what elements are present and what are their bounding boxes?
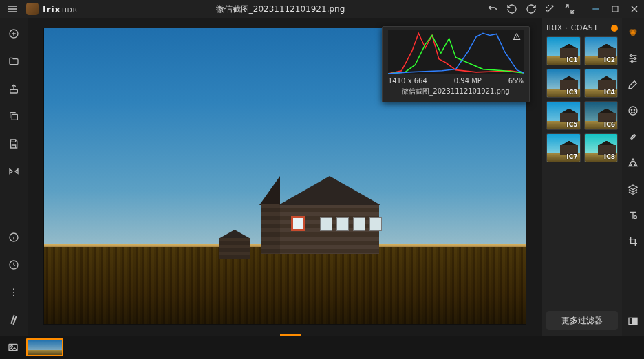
info-button[interactable] bbox=[3, 227, 25, 248]
svg-point-7 bbox=[13, 292, 14, 293]
text-tab[interactable] bbox=[624, 206, 642, 224]
preset-ic8[interactable]: IC8 bbox=[584, 133, 619, 162]
document-title: 微信截图_20231112101921.png bbox=[82, 3, 479, 15]
svg-rect-23 bbox=[629, 318, 632, 324]
collapse-button[interactable] bbox=[560, 0, 579, 18]
preset-label: IC1 bbox=[566, 56, 577, 63]
layers-tab[interactable] bbox=[624, 180, 642, 198]
filters-tab[interactable] bbox=[624, 23, 642, 41]
undo-alt-button[interactable] bbox=[483, 0, 502, 18]
more-vert-button[interactable] bbox=[3, 282, 25, 303]
preset-ic3[interactable]: IC3 bbox=[546, 69, 581, 98]
preset-label: IC5 bbox=[566, 121, 577, 128]
svg-point-14 bbox=[631, 61, 633, 63]
preset-ic1[interactable]: IC1 bbox=[546, 36, 581, 65]
preset-label: IC7 bbox=[566, 153, 577, 160]
svg-point-12 bbox=[630, 55, 632, 57]
svg-point-17 bbox=[634, 109, 634, 110]
compare-toggle[interactable] bbox=[624, 312, 642, 330]
preset-category-title: IRIX · COAST bbox=[546, 23, 599, 32]
right-toolbar bbox=[622, 18, 644, 336]
close-window[interactable] bbox=[625, 0, 644, 18]
preset-indicator-icon bbox=[611, 25, 618, 32]
histogram-panel[interactable]: 1410 x 664 0.94 MP 65% 微信截图_202311121019… bbox=[382, 26, 530, 102]
image-dimensions: 1410 x 664 bbox=[388, 77, 427, 85]
theme-button[interactable] bbox=[3, 309, 25, 330]
svg-point-11 bbox=[631, 32, 636, 36]
histogram-plot bbox=[388, 30, 524, 74]
svg-point-13 bbox=[634, 58, 636, 60]
redo-button[interactable] bbox=[522, 0, 541, 18]
history-button[interactable] bbox=[3, 254, 25, 275]
more-filters-label: 更多过滤器 bbox=[561, 315, 603, 327]
app-name: IrixHDR bbox=[43, 4, 78, 14]
compare-button[interactable] bbox=[3, 161, 25, 182]
svg-rect-2 bbox=[10, 89, 18, 93]
preset-label: IC8 bbox=[604, 153, 615, 160]
preset-ic6[interactable]: IC6 bbox=[584, 101, 619, 130]
barn-outbuilding-icon bbox=[217, 230, 252, 259]
crop-tab[interactable] bbox=[624, 232, 642, 250]
copy-button[interactable] bbox=[3, 106, 25, 127]
warning-icon bbox=[513, 32, 521, 41]
svg-point-19 bbox=[631, 165, 632, 166]
preset-ic2[interactable]: IC2 bbox=[584, 36, 619, 65]
save-button[interactable] bbox=[3, 133, 25, 154]
sliders-tab[interactable] bbox=[624, 50, 642, 67]
shapes-tab[interactable] bbox=[624, 154, 642, 172]
magic-wand-button[interactable] bbox=[541, 0, 560, 18]
export-button[interactable] bbox=[3, 78, 25, 99]
heal-tab[interactable] bbox=[624, 128, 642, 146]
filmstrip-view-button[interactable] bbox=[6, 340, 21, 355]
histogram-filename: 微信截图_20231112101921.png bbox=[388, 87, 524, 96]
zoom-percent: 65% bbox=[508, 77, 524, 85]
thumbnail-selected[interactable] bbox=[26, 338, 63, 356]
barn-icon bbox=[261, 176, 398, 259]
add-button[interactable] bbox=[3, 23, 25, 44]
svg-point-8 bbox=[13, 295, 14, 296]
brush-tab[interactable] bbox=[624, 76, 642, 94]
face-tab[interactable] bbox=[624, 102, 642, 120]
preset-label: IC2 bbox=[604, 56, 615, 63]
hamburger-menu[interactable] bbox=[3, 0, 22, 18]
svg-point-6 bbox=[13, 288, 14, 290]
svg-point-21 bbox=[632, 161, 633, 162]
left-toolbar bbox=[0, 18, 28, 336]
undo-button[interactable] bbox=[502, 0, 522, 18]
preset-label: IC4 bbox=[604, 89, 615, 96]
svg-point-20 bbox=[634, 165, 635, 166]
image-megapixels: 0.94 MP bbox=[454, 77, 482, 85]
title-bar: IrixHDR 微信截图_20231112101921.png bbox=[0, 0, 644, 18]
svg-point-26 bbox=[11, 345, 13, 347]
preset-ic5[interactable]: IC5 bbox=[546, 101, 581, 130]
preset-ic4[interactable]: IC4 bbox=[584, 69, 619, 98]
preset-panel: IRIX · COAST IC1IC2IC3IC4IC5IC6IC7IC8 更多… bbox=[542, 18, 622, 336]
svg-point-22 bbox=[634, 216, 636, 219]
progress-bar bbox=[28, 334, 542, 336]
svg-rect-3 bbox=[12, 114, 17, 120]
more-filters-button[interactable]: 更多过滤器 bbox=[546, 311, 618, 330]
app-logo-icon bbox=[26, 3, 39, 15]
svg-rect-24 bbox=[634, 318, 637, 324]
svg-rect-0 bbox=[612, 6, 618, 12]
preset-label: IC6 bbox=[604, 121, 615, 128]
preset-label: IC3 bbox=[566, 89, 577, 96]
svg-point-16 bbox=[631, 109, 632, 110]
folder-button[interactable] bbox=[3, 51, 25, 72]
svg-point-15 bbox=[629, 107, 637, 115]
preset-ic7[interactable]: IC7 bbox=[546, 133, 581, 162]
minimize-window[interactable] bbox=[586, 0, 605, 18]
maximize-window[interactable] bbox=[605, 0, 625, 18]
filmstrip bbox=[0, 336, 644, 359]
